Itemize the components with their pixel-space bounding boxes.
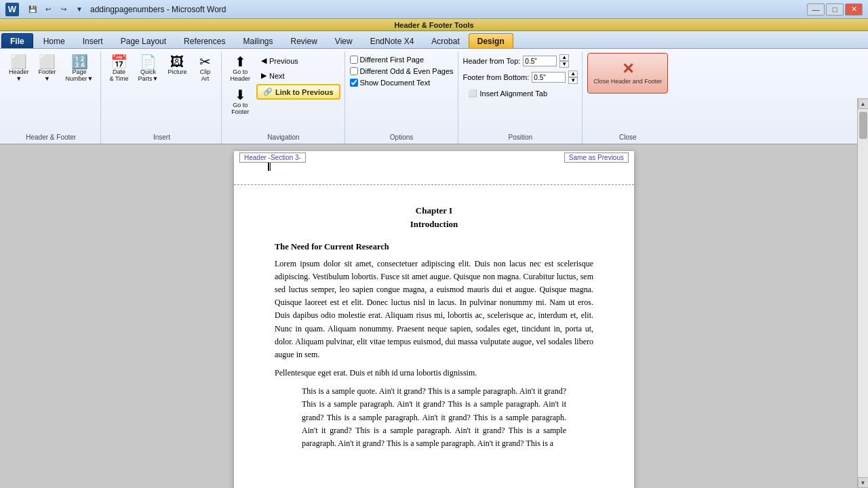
position-group: Header from Top: ▲ ▼ Footer from Bottom:… — [459, 52, 583, 144]
clip-art-icon: ✂ — [199, 55, 211, 68]
navigation-group-label: Navigation — [222, 134, 344, 141]
header-cursor[interactable]: | — [268, 161, 271, 171]
quick-parts-button[interactable]: 📄 QuickParts▼ — [134, 53, 161, 85]
intro-title: Introduction — [275, 219, 593, 230]
quick-access-toolbar: 💾 ↩ ↪ ▼ — [26, 3, 86, 16]
customize-icon[interactable]: ▼ — [73, 3, 86, 16]
header-from-top-label: Header from Top: — [463, 57, 521, 65]
context-label: Header & Footer Tools — [394, 21, 473, 29]
undo-icon[interactable]: ↩ — [41, 3, 55, 16]
options-group-label: Options — [346, 134, 458, 141]
next-label: Next — [269, 72, 285, 80]
header-footer-group-label: Header & Footer — [1, 134, 100, 141]
tab-references[interactable]: References — [175, 33, 234, 48]
footer-button[interactable]: ⬜ Footer▼ — [35, 53, 60, 85]
footer-icon: ⬜ — [39, 55, 56, 68]
quick-parts-icon: 📄 — [140, 55, 157, 68]
block-quote[interactable]: This is a sample quote. Ain't it grand? … — [302, 385, 566, 450]
maximize-button[interactable]: □ — [826, 3, 844, 16]
insert-alignment-tab-button[interactable]: ⬜ Insert Alignment Tab — [463, 87, 578, 100]
insert-group: 📅 Date& Time 📄 QuickParts▼ 🖼 Picture ✂ C… — [102, 52, 222, 144]
tab-page-layout[interactable]: Page Layout — [112, 33, 175, 48]
document-page: Header -Section 3- | Same as Previous Ch… — [234, 151, 634, 488]
footer-from-bottom-row: Footer from Bottom: ▲ ▼ — [463, 70, 578, 84]
header-area[interactable]: Header -Section 3- | Same as Previous — [234, 151, 634, 185]
options-group: Different First Page Different Odd & Eve… — [346, 52, 458, 144]
footer-bottom-up[interactable]: ▲ — [568, 70, 578, 77]
header-top-up[interactable]: ▲ — [559, 54, 569, 61]
tab-insert[interactable]: Insert — [74, 33, 112, 48]
header-from-top-row: Header from Top: ▲ ▼ — [463, 54, 578, 68]
different-first-page-checkbox[interactable]: Different First Page — [350, 56, 454, 64]
picture-icon: 🖼 — [170, 55, 184, 68]
paragraph-1[interactable]: Lorem ipsum dolor sit amet, consectetuer… — [275, 258, 593, 362]
title-bar: W 💾 ↩ ↪ ▼ addingpagenumbers - Microsoft … — [0, 0, 868, 19]
header-icon: ⬜ — [10, 55, 27, 68]
tab-view[interactable]: View — [326, 33, 361, 48]
header-from-top-input[interactable] — [523, 56, 557, 66]
previous-label: Previous — [269, 57, 298, 65]
picture-button[interactable]: 🖼 Picture — [164, 53, 190, 78]
tab-acrobat[interactable]: Acrobat — [422, 33, 468, 48]
position-group-label: Position — [459, 134, 583, 141]
minimize-button[interactable]: — — [807, 3, 825, 16]
window-controls: — □ ✕ — [807, 3, 863, 16]
word-icon: W — [5, 3, 19, 16]
tab-mailings[interactable]: Mailings — [234, 33, 281, 48]
footer-from-bottom-label: Footer from Bottom: — [463, 73, 530, 81]
go-to-header-icon: ⬆ — [235, 55, 246, 68]
document-area: ▲ ▼ Header -Section 3- | Same as Previou… — [0, 144, 868, 488]
same-as-previous-label: Same as Previous — [564, 152, 629, 163]
vertical-scrollbar[interactable]: ▲ ▼ — [857, 144, 868, 488]
different-odd-even-checkbox[interactable]: Different Odd & Even Pages — [350, 67, 454, 75]
close-button[interactable]: ✕ — [845, 3, 863, 16]
previous-button[interactable]: ◀ Previous — [256, 54, 340, 67]
close-header-footer-button[interactable]: ✕ Close Header and Footer — [587, 53, 668, 94]
redo-icon[interactable]: ↪ — [57, 3, 71, 16]
link-icon: 🔗 — [263, 87, 273, 96]
tab-review[interactable]: Review — [281, 33, 326, 48]
previous-icon: ◀ — [261, 56, 267, 65]
link-label: Link to Previous — [275, 88, 334, 96]
footer-bottom-down[interactable]: ▼ — [568, 77, 578, 84]
go-to-header-button[interactable]: ⬆ Go toHeader — [226, 53, 254, 85]
go-to-footer-button[interactable]: ⬇ Go toFooter — [226, 86, 254, 118]
next-icon: ▶ — [261, 71, 267, 80]
clip-art-button[interactable]: ✂ ClipArt — [193, 53, 217, 85]
header-button[interactable]: ⬜ Header▼ — [5, 53, 33, 85]
page-number-button[interactable]: 🔢 PageNumber▼ — [62, 53, 97, 85]
date-time-icon: 📅 — [111, 55, 127, 68]
alignment-tab-icon: ⬜ — [468, 89, 477, 98]
page-number-icon: 🔢 — [71, 55, 88, 68]
close-group-label: Close — [583, 134, 672, 141]
link-to-previous-button[interactable]: 🔗 Link to Previous — [256, 84, 340, 100]
next-button[interactable]: ▶ Next — [256, 69, 340, 82]
navigation-group: ⬆ Go toHeader ⬇ Go toFooter ◀ Previous — [222, 52, 344, 144]
chapter-title: Chapter I — [275, 205, 593, 216]
close-label: Close Header and Footer — [593, 78, 662, 85]
close-group: ✕ Close Header and Footer Close — [583, 52, 672, 144]
footer-from-bottom-input[interactable] — [532, 72, 566, 83]
close-x-icon: ✕ — [622, 62, 634, 77]
date-time-button[interactable]: 📅 Date& Time — [106, 53, 132, 85]
insert-group-label: Insert — [102, 134, 221, 141]
header-top-down[interactable]: ▼ — [559, 61, 569, 68]
header-footer-group: ⬜ Header▼ ⬜ Footer▼ 🔢 PageNumber▼ Header… — [1, 52, 101, 144]
tab-design[interactable]: Design — [469, 33, 513, 48]
go-to-footer-icon: ⬇ — [235, 88, 246, 102]
ribbon-tabs: File Home Insert Page Layout References … — [0, 31, 868, 49]
tab-file[interactable]: File — [1, 33, 33, 48]
scroll-down-arrow[interactable]: ▼ — [858, 477, 869, 488]
show-document-text-checkbox[interactable]: Show Document Text — [350, 79, 454, 87]
paragraph-2[interactable]: Pellentesque eget erat. Duis et nibh id … — [275, 367, 593, 380]
window-title: addingpagenumbers - Microsoft Word — [90, 5, 226, 14]
tab-endnote[interactable]: EndNote X4 — [361, 33, 423, 48]
save-icon[interactable]: 💾 — [26, 3, 39, 16]
alignment-tab-label: Insert Alignment Tab — [480, 89, 547, 98]
ribbon: ⬜ Header▼ ⬜ Footer▼ 🔢 PageNumber▼ Header… — [0, 49, 868, 144]
document-body: Chapter I Introduction The Need for Curr… — [234, 185, 634, 470]
section-heading: The Need for Current Research — [275, 242, 593, 252]
header-section-label: Header -Section 3- — [239, 152, 306, 163]
tab-home[interactable]: Home — [35, 33, 74, 48]
